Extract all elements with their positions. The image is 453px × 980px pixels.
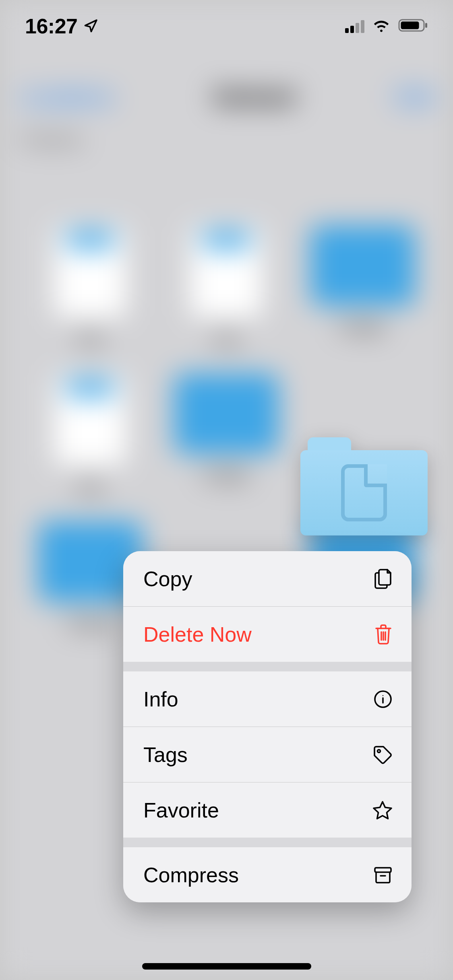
doc-on-doc-icon (373, 568, 393, 590)
menu-item-label: Compress (143, 863, 239, 887)
context-menu: Copy Delete Now Info (123, 551, 412, 902)
svg-rect-1 (401, 22, 419, 29)
menu-item-label: Favorite (143, 798, 219, 822)
menu-group-separator (123, 838, 412, 847)
menu-item-label: Delete Now (143, 622, 252, 646)
svg-point-4 (383, 695, 383, 696)
menu-item-copy[interactable]: Copy (123, 551, 412, 606)
battery-icon (398, 18, 429, 35)
status-time: 16:27 (25, 14, 78, 38)
svg-rect-2 (425, 23, 427, 28)
menu-item-label: Copy (143, 567, 192, 591)
menu-item-compress[interactable]: Compress (123, 847, 412, 902)
cellular-signal-icon (345, 19, 364, 33)
menu-item-info[interactable]: Info (123, 671, 412, 727)
status-bar: 16:27 (0, 0, 453, 52)
svg-rect-6 (375, 868, 391, 872)
svg-point-5 (378, 749, 381, 752)
document-icon (341, 464, 387, 521)
wifi-icon (372, 18, 391, 34)
menu-item-tags[interactable]: Tags (123, 727, 412, 782)
menu-item-favorite[interactable]: Favorite (123, 782, 412, 838)
menu-item-delete-now[interactable]: Delete Now (123, 607, 412, 662)
tag-icon (372, 744, 393, 765)
folder-preview[interactable] (300, 437, 428, 535)
menu-item-label: Info (143, 687, 178, 711)
location-icon (83, 14, 98, 38)
trash-icon (374, 624, 393, 645)
info-circle-icon (373, 689, 393, 709)
menu-group-separator (123, 662, 412, 671)
home-indicator[interactable] (142, 963, 311, 970)
star-icon (372, 800, 393, 820)
archivebox-icon (373, 865, 393, 885)
menu-item-label: Tags (143, 743, 188, 767)
